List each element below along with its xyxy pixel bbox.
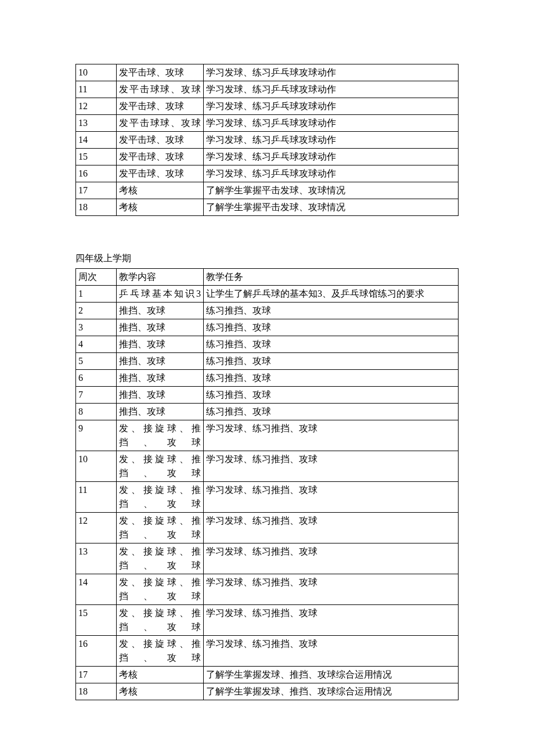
table-row: 14发平击球、攻球学习发球、练习乒乓球攻球动作 — [76, 132, 459, 149]
cell-week: 5 — [76, 352, 117, 369]
cell-task: 了解学生掌握平击发球、攻球情况 — [204, 199, 459, 216]
cell-task: 学习发球、练习乒乓球攻球动作 — [204, 98, 459, 115]
cell-content: 发、接旋球、推挡、攻球 — [117, 512, 204, 543]
table-row: 13发、接旋球、推挡、攻球学习发球、练习推挡、攻球 — [76, 543, 459, 574]
schedule-table-2: 周次教学内容教学任务1乒乓球基本知识3让学生了解乒乓球的基本知3、及乒乓球馆练习… — [75, 268, 459, 700]
table-row: 7推挡、攻球练习推挡、攻球 — [76, 386, 459, 403]
cell-week: 3 — [76, 319, 117, 336]
document-page: 10发平击球、攻球学习发球、练习乒乓球攻球动作11发平击球球、攻球学习发球、练习… — [0, 0, 534, 756]
cell-task: 练习推挡、攻球 — [204, 403, 459, 420]
table-row: 16发平击球、攻球学习发球、练习乒乓球攻球动作 — [76, 165, 459, 182]
cell-content: 发平击球球、攻球 — [117, 115, 204, 132]
cell-week: 15 — [76, 604, 117, 635]
cell-week: 10 — [76, 451, 117, 481]
cell-content: 发、接旋球、推挡、攻球 — [117, 481, 204, 512]
cell-week: 9 — [76, 420, 117, 451]
cell-content: 发、接旋球、推挡、攻球 — [117, 604, 204, 635]
cell-week: 12 — [76, 512, 117, 543]
cell-content: 考核 — [117, 666, 204, 683]
cell-content: 发平击球、攻球 — [117, 165, 204, 182]
table-row: 17考核了解学生掌握平击发球、攻球情况 — [76, 182, 459, 199]
cell-week: 10 — [76, 64, 117, 81]
table-row: 13发平击球球、攻球学习发球、练习乒乓球攻球动作 — [76, 115, 459, 132]
cell-content: 考核 — [117, 182, 204, 199]
cell-task: 练习推挡、攻球 — [204, 386, 459, 403]
cell-content: 发平击球、攻球 — [117, 64, 204, 81]
table-row: 14发、接旋球、推挡、攻球学习发球、练习推挡、攻球 — [76, 574, 459, 604]
cell-task: 学习发球、练习乒乓球攻球动作 — [204, 165, 459, 182]
cell-task: 学习发球、练习推挡、攻球 — [204, 543, 459, 574]
cell-week: 1 — [76, 285, 117, 302]
cell-task: 了解学生掌握发球、推挡、攻球综合运用情况 — [204, 666, 459, 683]
cell-content: 考核 — [117, 199, 204, 216]
cell-week: 14 — [76, 132, 117, 149]
cell-content: 发、接旋球、推挡、攻球 — [117, 543, 204, 574]
table-row: 10发平击球、攻球学习发球、练习乒乓球攻球动作 — [76, 64, 459, 81]
cell-task: 学习发球、练习推挡、攻球 — [204, 512, 459, 543]
cell-content: 推挡、攻球 — [117, 369, 204, 386]
cell-content: 考核 — [117, 683, 204, 700]
cell-week: 18 — [76, 683, 117, 700]
cell-task: 学习发球、练习推挡、攻球 — [204, 451, 459, 481]
cell-week: 6 — [76, 369, 117, 386]
cell-content: 发平击球、攻球 — [117, 132, 204, 149]
cell-task: 练习推挡、攻球 — [204, 336, 459, 352]
cell-week: 13 — [76, 543, 117, 574]
cell-content: 发、接旋球、推挡、攻球 — [117, 574, 204, 604]
cell-week: 2 — [76, 302, 117, 319]
cell-content: 发、接旋球、推挡、攻球 — [117, 635, 204, 666]
cell-task: 练习推挡、攻球 — [204, 352, 459, 369]
cell-week: 12 — [76, 98, 117, 115]
cell-task: 学习发球、练习推挡、攻球 — [204, 574, 459, 604]
cell-week: 8 — [76, 403, 117, 420]
table-row: 15发、接旋球、推挡、攻球学习发球、练习推挡、攻球 — [76, 604, 459, 635]
cell-task: 学习发球、练习乒乓球攻球动作 — [204, 132, 459, 149]
header-content: 教学内容 — [117, 268, 204, 285]
section-title-grade4: 四年级上学期 — [75, 251, 459, 266]
header-task: 教学任务 — [204, 268, 459, 285]
cell-task: 学习发球、练习推挡、攻球 — [204, 420, 459, 451]
cell-task: 练习推挡、攻球 — [204, 319, 459, 336]
cell-task: 学习发球、练习推挡、攻球 — [204, 635, 459, 666]
cell-content: 发平击球、攻球 — [117, 98, 204, 115]
cell-task: 学习发球、练习乒乓球攻球动作 — [204, 64, 459, 81]
cell-task: 了解学生掌握发球、推挡、攻球综合运用情况 — [204, 683, 459, 700]
cell-task: 学习发球、练习乒乓球攻球动作 — [204, 149, 459, 165]
cell-content: 发、接旋球、推挡、攻球 — [117, 451, 204, 481]
cell-week: 16 — [76, 165, 117, 182]
cell-task: 了解学生掌握平击发球、攻球情况 — [204, 182, 459, 199]
table-row: 2推挡、攻球练习推挡、攻球 — [76, 302, 459, 319]
table-row: 15发平击球、攻球学习发球、练习乒乓球攻球动作 — [76, 149, 459, 165]
cell-week: 17 — [76, 182, 117, 199]
cell-content: 发、接旋球、推挡、攻球 — [117, 420, 204, 451]
cell-task: 学习发球、练习乒乓球攻球动作 — [204, 81, 459, 98]
cell-week: 14 — [76, 574, 117, 604]
table-row: 17考核了解学生掌握发球、推挡、攻球综合运用情况 — [76, 666, 459, 683]
table-row: 3推挡、攻球练习推挡、攻球 — [76, 319, 459, 336]
table-row: 1乒乓球基本知识3让学生了解乒乓球的基本知3、及乒乓球馆练习的要求 — [76, 285, 459, 302]
table-row: 16发、接旋球、推挡、攻球学习发球、练习推挡、攻球 — [76, 635, 459, 666]
cell-content: 发平击球球、攻球 — [117, 81, 204, 98]
cell-content: 发平击球、攻球 — [117, 149, 204, 165]
table-row: 18考核了解学生掌握发球、推挡、攻球综合运用情况 — [76, 683, 459, 700]
table-row: 5推挡、攻球练习推挡、攻球 — [76, 352, 459, 369]
cell-task: 练习推挡、攻球 — [204, 302, 459, 319]
cell-week: 7 — [76, 386, 117, 403]
table-row: 11发平击球球、攻球学习发球、练习乒乓球攻球动作 — [76, 81, 459, 98]
cell-task: 练习推挡、攻球 — [204, 369, 459, 386]
cell-week: 11 — [76, 81, 117, 98]
cell-content: 推挡、攻球 — [117, 302, 204, 319]
table-row: 9发、接旋球、推挡、攻球学习发球、练习推挡、攻球 — [76, 420, 459, 451]
cell-content: 推挡、攻球 — [117, 403, 204, 420]
table-row: 12发、接旋球、推挡、攻球学习发球、练习推挡、攻球 — [76, 512, 459, 543]
table-row: 11发、接旋球、推挡、攻球学习发球、练习推挡、攻球 — [76, 481, 459, 512]
table-row: 4推挡、攻球练习推挡、攻球 — [76, 336, 459, 352]
cell-week: 15 — [76, 149, 117, 165]
cell-content: 推挡、攻球 — [117, 352, 204, 369]
header-week: 周次 — [76, 268, 117, 285]
cell-week: 17 — [76, 666, 117, 683]
table-header-row: 周次教学内容教学任务 — [76, 268, 459, 285]
table-row: 6推挡、攻球练习推挡、攻球 — [76, 369, 459, 386]
cell-task: 学习发球、练习乒乓球攻球动作 — [204, 115, 459, 132]
cell-week: 4 — [76, 336, 117, 352]
